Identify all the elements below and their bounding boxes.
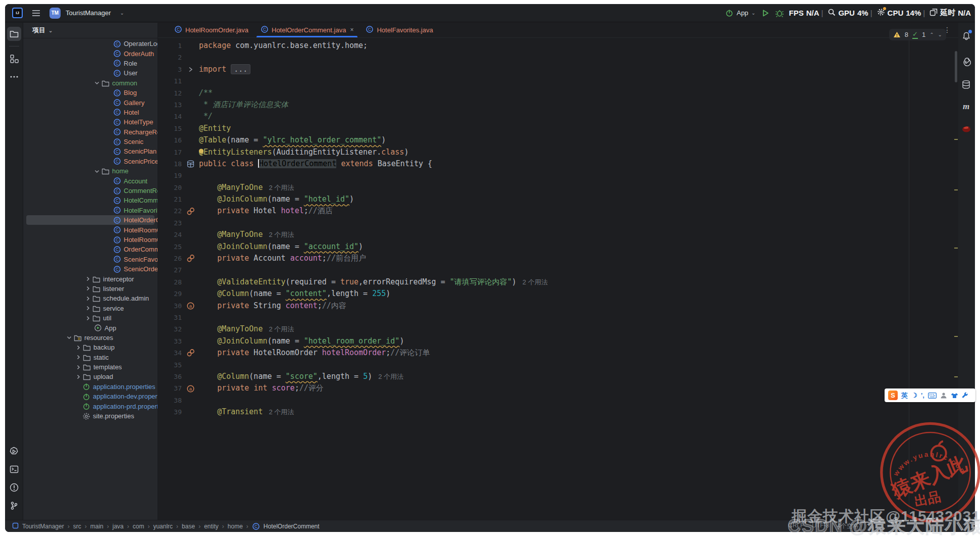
tree-item-listener[interactable]: listener	[23, 284, 158, 294]
chevron-closed-icon[interactable]	[83, 275, 92, 282]
breadcrumb-item[interactable]: HotelOrderComment	[264, 523, 320, 530]
tree-item-interceptor[interactable]: interceptor	[23, 274, 158, 283]
notifications-bell-icon[interactable]	[959, 29, 973, 43]
tree-item-Hotel[interactable]: CHotel	[23, 108, 158, 117]
tree-item-OrderAuth[interactable]: COrderAuth	[23, 48, 158, 58]
editor-scrollbar[interactable]	[955, 51, 957, 82]
code-line[interactable]: 38	[158, 395, 958, 406]
ai-assistant-icon[interactable]	[959, 54, 973, 68]
project-name[interactable]: TouristManager	[66, 9, 111, 17]
breadcrumb-item[interactable]: java	[113, 523, 124, 530]
tree-item-resources[interactable]: resources	[23, 333, 158, 343]
chevron-closed-icon[interactable]	[83, 315, 92, 322]
editor-tab-HotelRoomOrder.java[interactable]: CHotelRoomOrder.java	[168, 22, 254, 37]
editor-tab-HotelFavorites.java[interactable]: CHotelFavorites.java	[359, 22, 439, 37]
close-icon[interactable]: ×	[350, 26, 353, 33]
tree-item-ScenicFavorites[interactable]: CScenicFavorites	[23, 255, 158, 264]
stripe-mark[interactable]	[954, 376, 958, 377]
tree-item-App[interactable]: App	[23, 323, 158, 332]
tree-item-HotelRoomOrder[interactable]: CHotelRoomOrder	[23, 225, 158, 234]
inspections-widget[interactable]: 8 ✓ 1 ⌃ ⌄	[889, 29, 946, 40]
gutter-bean-icon[interactable]	[182, 253, 199, 264]
tree-item-Role[interactable]: CRole	[23, 59, 158, 68]
sogou-input-toolbar[interactable]: S 英 ☽ ’,	[885, 388, 975, 402]
chevron-open-icon[interactable]	[65, 334, 74, 341]
problems-tool-button[interactable]	[7, 480, 21, 495]
maven-tool-icon[interactable]: m	[959, 100, 973, 114]
chevron-closed-icon[interactable]	[74, 364, 83, 371]
wrench-icon[interactable]	[962, 392, 968, 399]
editor-tab-HotelOrderComment.java[interactable]: CHotelOrderComment.java×	[254, 22, 359, 37]
breadcrumb-item[interactable]: entity	[204, 523, 219, 530]
code-line[interactable]: 24 @ManyToOne2 个用法	[158, 229, 958, 240]
code-line[interactable]: 27	[158, 264, 958, 276]
code-line[interactable]: 2	[158, 52, 958, 63]
code-line[interactable]: 30a private String content;//内容	[158, 300, 958, 312]
code-line[interactable]: 34 private HotelRoomOrder hotelRoomOrder…	[158, 347, 958, 359]
tree-item-templates[interactable]: templates	[23, 362, 158, 372]
tree-item-schedule.admin[interactable]: schedule.admin	[23, 294, 158, 303]
code-line[interactable]: 29 @Column(name = "content",length = 255…	[158, 288, 958, 300]
debug-button[interactable]	[775, 9, 784, 18]
tree-item-Gallery[interactable]: CGallery	[23, 98, 158, 107]
tree-item-OperaterLog[interactable]: COperaterLog	[23, 39, 158, 48]
code-line[interactable]: 28 @ValidateEntity(required = true,error…	[158, 276, 958, 288]
tree-item-application-dev.properties[interactable]: application-dev.properties	[23, 392, 158, 401]
breadcrumb-item[interactable]: TouristManager	[22, 523, 64, 530]
tree-item-application.properties[interactable]: application.properties	[23, 382, 158, 392]
tree-item-common[interactable]: common	[23, 78, 158, 88]
gutter-attr-icon[interactable]: a	[182, 300, 199, 312]
gutter-attr-icon[interactable]: a	[182, 382, 199, 394]
chevron-down-icon[interactable]: ⌄	[120, 10, 124, 16]
project-tool-button[interactable]	[7, 27, 21, 41]
intellij-logo-icon[interactable]: IJ	[12, 8, 23, 18]
run-configuration[interactable]: App ⌄	[725, 9, 756, 17]
tree-item-HotelType[interactable]: CHotelType	[23, 117, 158, 127]
chevron-open-icon[interactable]	[92, 79, 101, 86]
run-tool-button[interactable]	[7, 444, 21, 458]
language-mode-icon[interactable]: 英	[901, 391, 908, 400]
sogou-logo-icon[interactable]: S	[888, 391, 898, 400]
code-line[interactable]: 23	[158, 217, 958, 229]
next-problem-icon[interactable]: ⌄	[938, 32, 942, 37]
skin-tshirt-icon[interactable]	[951, 393, 958, 399]
breadcrumb-item[interactable]: main	[90, 523, 104, 530]
code-line[interactable]: 20 @ManyToOne2 个用法	[158, 182, 958, 193]
project-panel-header[interactable]: 项目 ⌄	[23, 23, 158, 38]
tree-item-static[interactable]: static	[23, 353, 158, 362]
tree-item-CommentReply[interactable]: CCommentReply	[23, 186, 158, 196]
code-line[interactable]: 16@Table(name = "ylrc_hotel_order_commen…	[158, 134, 958, 146]
breadcrumb-item[interactable]: base	[182, 523, 195, 530]
tree-item-upload[interactable]: upload	[23, 372, 158, 381]
gutter-fold-icon[interactable]	[182, 64, 199, 75]
code-line[interactable]: 15@Entity	[158, 123, 958, 134]
code-line[interactable]: 11	[158, 75, 958, 87]
chevron-closed-icon[interactable]	[74, 373, 83, 380]
code-line[interactable]: 26 private Account account;//前台用户	[158, 253, 958, 264]
code-line[interactable]: 12/**	[158, 87, 958, 99]
prev-problem-icon[interactable]: ⌃	[930, 32, 934, 37]
code-line[interactable]: 14 */	[158, 111, 958, 122]
run-button[interactable]	[761, 9, 770, 18]
tree-item-HotelFavorites[interactable]: CHotelFavorites	[23, 206, 158, 215]
plugin-tool-icon[interactable]	[959, 122, 973, 136]
structure-tool-button[interactable]	[7, 52, 21, 66]
gutter-bean-icon[interactable]	[182, 205, 199, 217]
tree-item-Scenic[interactable]: CScenic	[23, 137, 158, 147]
more-tools-button[interactable]	[7, 70, 21, 84]
code-line[interactable]: 1package com.yuanlrc.base.entity.home;	[158, 40, 958, 52]
hamburger-menu-icon[interactable]	[32, 10, 40, 17]
code-editor[interactable]: 1package com.yuanlrc.base.entity.home;23…	[158, 38, 958, 520]
tree-item-application-prd.properties[interactable]: application-prd.properties	[23, 401, 158, 411]
tree-item-backup[interactable]: backup	[23, 343, 158, 352]
tree-item-User[interactable]: CUser	[23, 68, 158, 78]
tree-item-home[interactable]: home	[23, 166, 158, 176]
stripe-mark[interactable]	[954, 248, 958, 249]
moon-mode-icon[interactable]: ☽	[911, 392, 917, 399]
code-line[interactable]: 39 @Transient2 个用法	[158, 406, 958, 418]
tree-item-ScenicPrice[interactable]: CScenicPrice	[23, 157, 158, 166]
code-line[interactable]: 13 * 酒店订单评论信息实体	[158, 99, 958, 111]
tree-item-ScenicPlan[interactable]: CScenicPlan	[23, 147, 158, 156]
database-tool-icon[interactable]	[959, 77, 973, 91]
breadcrumb-item[interactable]: src	[73, 523, 81, 530]
